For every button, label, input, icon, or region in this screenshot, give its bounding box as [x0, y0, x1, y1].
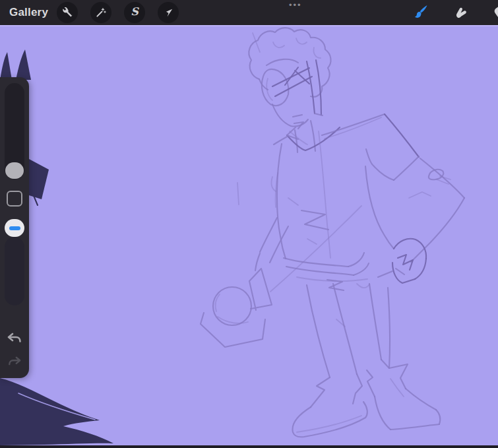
transform-button[interactable] — [158, 2, 179, 23]
paint-tool-button[interactable] — [410, 3, 430, 22]
selection-s-icon: S — [131, 7, 139, 17]
brush-sidebar — [0, 77, 29, 378]
undo-arrow-icon — [7, 332, 22, 346]
redo-button[interactable] — [6, 354, 23, 371]
erase-tool-button[interactable] — [491, 3, 498, 22]
actions-button[interactable] — [57, 2, 78, 23]
adjustments-button[interactable] — [90, 2, 111, 23]
gallery-button[interactable]: Gallery — [9, 0, 48, 25]
transform-arrow-icon — [163, 7, 174, 18]
selection-button[interactable]: S — [124, 2, 145, 23]
character-sketch — [201, 28, 464, 437]
eraser-icon — [493, 3, 498, 20]
drawing-canvas[interactable] — [0, 25, 498, 445]
redo-arrow-icon — [7, 356, 22, 369]
canvas-menu-dots[interactable]: ••• — [289, 1, 302, 10]
top-toolbar: Gallery S ••• — [0, 0, 498, 25]
artwork-layer — [0, 25, 498, 445]
undo-button[interactable] — [6, 331, 23, 348]
brush-size-handle[interactable] — [5, 162, 24, 179]
canvas-bottom-edge — [0, 445, 498, 448]
smudge-hand-icon — [452, 4, 470, 22]
opacity-accent-bar — [9, 226, 20, 230]
opacity-handle[interactable] — [5, 219, 24, 237]
magic-wand-icon — [95, 7, 107, 18]
modify-button[interactable] — [7, 191, 22, 207]
opacity-slider[interactable] — [5, 237, 24, 305]
paintbrush-icon — [411, 3, 429, 22]
wrench-icon — [62, 7, 73, 18]
smudge-tool-button[interactable] — [451, 3, 470, 22]
